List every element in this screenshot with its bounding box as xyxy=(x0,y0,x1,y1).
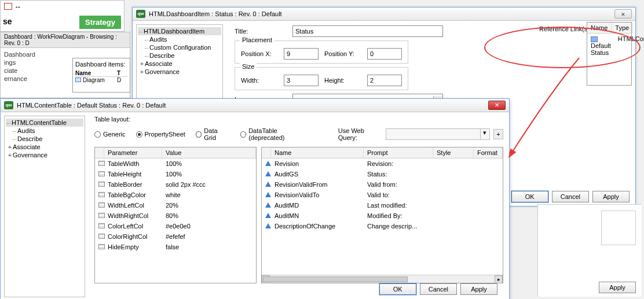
web-query-dropdown[interactable]: ▾ xyxy=(386,128,490,140)
posy-input[interactable] xyxy=(367,48,402,60)
col-value: Value xyxy=(162,147,256,158)
col-format: Format xyxy=(474,147,503,158)
tree-node-expandable[interactable]: +Governance xyxy=(138,68,221,76)
table-row[interactable]: RevisionRevision: xyxy=(262,158,503,169)
tree-node[interactable]: Audits xyxy=(138,35,221,43)
close-button[interactable]: ⨉ xyxy=(614,9,632,19)
apply-button[interactable]: Apply xyxy=(592,191,630,202)
tree-node-expandable[interactable]: +Associate xyxy=(6,143,83,151)
radio-datatable[interactable]: DataTable (deprecated) xyxy=(240,127,312,141)
scroll-right-icon[interactable]: ▸ xyxy=(495,275,503,283)
table-row[interactable]: WidthLeftCol20% xyxy=(95,200,256,211)
field-icon xyxy=(265,223,271,228)
field-icon xyxy=(265,192,271,197)
reference-links-label: Reference Link(s): xyxy=(539,25,591,32)
cancel-button[interactable]: Cancel xyxy=(552,191,589,202)
tree-node[interactable]: Describe xyxy=(138,51,221,60)
tree-node[interactable]: Custom Configuration xyxy=(138,43,221,51)
table-icon xyxy=(591,36,598,42)
height-label: Height: xyxy=(324,77,361,84)
strategy-button[interactable]: Strategy xyxy=(79,16,121,29)
dialog-button-bar: OK Cancel Apply xyxy=(511,191,630,202)
app-icon: qw xyxy=(4,101,13,109)
horizontal-scrollbar[interactable]: ◂ ▸ xyxy=(262,275,503,283)
expand-icon[interactable]: + xyxy=(7,143,13,150)
field-icon xyxy=(265,171,271,176)
tree-node[interactable]: HTMLContentTable xyxy=(6,119,83,127)
expand-icon[interactable]: + xyxy=(139,60,145,67)
tree-node[interactable]: HTMLDashboardItem xyxy=(138,27,221,35)
table-row[interactable]: AuditGSStatus: xyxy=(262,169,503,179)
radio-generic[interactable]: Generic xyxy=(94,131,126,138)
col-name: Name xyxy=(587,23,612,33)
apply-button[interactable]: Apply xyxy=(460,283,497,295)
width-input[interactable] xyxy=(284,75,319,86)
title-label: Title: xyxy=(235,28,287,35)
add-button[interactable]: + xyxy=(493,129,503,139)
apply-button[interactable]: Apply xyxy=(599,282,636,293)
browsing-titlebar: Dashboard : WorkFlowDiagram - Browsing :… xyxy=(1,32,130,48)
sidebar-item[interactable]: Dashboard xyxy=(4,50,126,58)
table-row[interactable]: DescriptionOfChangeChange descrip... xyxy=(262,221,503,231)
col-style: Style xyxy=(433,147,474,158)
table-row[interactable]: TableHeight100% xyxy=(95,169,256,179)
dashboard-items-label: Dashboard items: xyxy=(75,61,127,68)
titlebar[interactable]: qw HTMLContentTable : Default Status : R… xyxy=(1,99,509,112)
toolbar-icon xyxy=(4,3,12,10)
table-row[interactable]: TableBordersolid 2px #ccc xyxy=(95,179,256,190)
titlebar[interactable]: qw HTMLDashboardItem : Status : Rev. 0 :… xyxy=(133,8,635,21)
table-row[interactable]: AuditMDLast modified: xyxy=(262,200,503,211)
table-row[interactable]: TableBgColorwhite xyxy=(95,190,256,200)
table-row[interactable]: ColorRightCol#efefef xyxy=(95,231,256,242)
window-htmlcontenttable: qw HTMLContentTable : Default Status : R… xyxy=(0,98,510,299)
dashboard-items-table: Name T Diagram D xyxy=(75,70,127,83)
tree-node-expandable[interactable]: +Associate xyxy=(138,60,221,68)
posy-label: Position Y: xyxy=(324,50,361,57)
table-row[interactable]: WidthRightCol80% xyxy=(95,211,256,221)
parameters-grid[interactable]: Parameter Value TableWidth100%TableHeigh… xyxy=(94,147,257,283)
reference-links-grid[interactable]: Name Type Default Status HTMLContentTabl… xyxy=(587,22,632,86)
tree-node-expandable[interactable]: +Governance xyxy=(6,151,83,159)
table-row[interactable]: ColorLeftCol#e0e0e0 xyxy=(95,221,256,231)
field-icon xyxy=(265,202,271,208)
bg-window-fragment-top: ↔ se Strategy xyxy=(0,0,125,32)
table-row[interactable]: HideEmptyfalse xyxy=(95,242,256,252)
tree-node[interactable]: Describe xyxy=(6,135,83,143)
scroll-thumb[interactable] xyxy=(263,276,408,282)
field-icon xyxy=(265,182,271,187)
posx-input[interactable] xyxy=(284,48,319,60)
window-title: HTMLContentTable : Default Status : Rev.… xyxy=(17,102,166,109)
title-input[interactable] xyxy=(292,25,443,37)
cancel-button[interactable]: Cancel xyxy=(420,283,457,295)
window-title: HTMLDashboardItem : Status : Rev. 0 : De… xyxy=(149,10,282,17)
table-row[interactable]: TableWidth100% xyxy=(95,158,256,169)
expand-icon[interactable]: + xyxy=(7,152,13,158)
use-web-query-label: Use Web Query: xyxy=(338,127,383,141)
field-icon xyxy=(265,213,271,218)
expand-icon[interactable]: + xyxy=(139,68,145,75)
tree-node[interactable]: Audits xyxy=(6,127,83,135)
table-row[interactable]: AuditMNModified By: xyxy=(262,211,503,221)
placement-legend: Placement xyxy=(240,36,275,43)
dashboard-items-panel: Dashboard items: Name T Diagram D xyxy=(72,58,130,93)
reference-link-row[interactable]: Default Status HTMLContentTable xyxy=(587,34,631,58)
chevron-down-icon[interactable]: ▾ xyxy=(480,129,489,139)
radio-datagrid[interactable]: Data Grid xyxy=(196,127,230,141)
table-layout-label: Table layout: xyxy=(94,116,503,123)
fields-grid[interactable]: Name Prompt Style Format RevisionRevisio… xyxy=(261,147,503,283)
height-input[interactable] xyxy=(367,75,402,86)
ok-button[interactable]: OK xyxy=(511,191,548,202)
size-legend: Size xyxy=(240,63,257,70)
ok-button[interactable]: OK xyxy=(379,283,416,295)
col-prompt: Prompt xyxy=(364,147,433,158)
dialog-button-bar: OK Cancel Apply xyxy=(379,283,497,295)
col-name: Name xyxy=(271,147,364,158)
table-row[interactable]: RevisionValidFromValid from: xyxy=(262,179,503,190)
app-icon: qw xyxy=(136,10,145,18)
diagram-icon xyxy=(75,77,81,82)
nav-tree[interactable]: HTMLContentTable Audits Describe +Associ… xyxy=(4,116,85,297)
table-row[interactable]: RevisionValidToValid to: xyxy=(262,190,503,200)
radio-propertysheet[interactable]: PropertySheet xyxy=(136,131,185,138)
close-button[interactable]: ✕ xyxy=(488,101,506,110)
table-row[interactable]: Diagram D xyxy=(75,77,127,84)
